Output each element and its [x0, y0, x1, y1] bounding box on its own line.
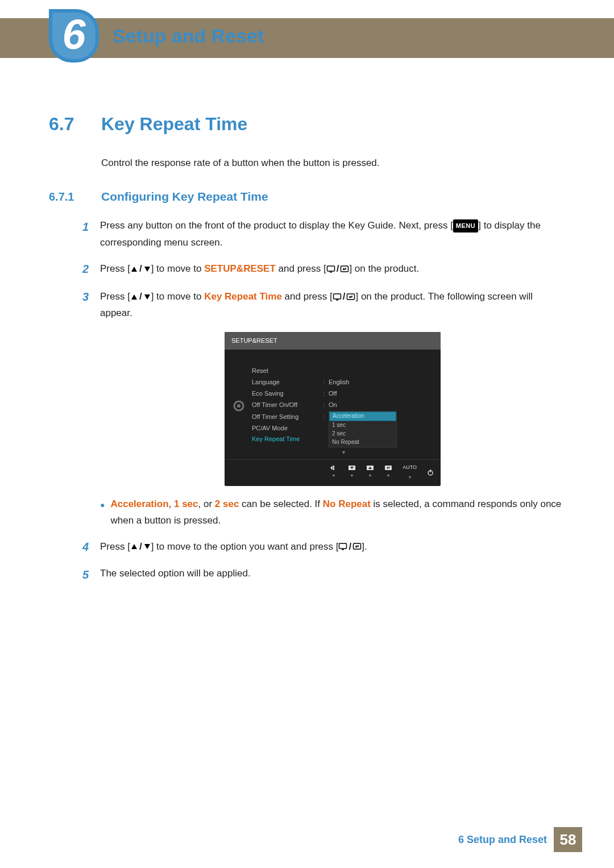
footer-chapter: 6 Setup and Reset	[458, 834, 547, 846]
osd-row-offtimer: Off Timer On/Off	[252, 400, 323, 410]
bullet-dot-icon: ●	[100, 499, 105, 531]
up-down-icon: /	[130, 538, 151, 555]
step-1: 1 Press any button on the front of the p…	[49, 217, 565, 251]
osd-back-icon: ▾	[330, 465, 338, 480]
step-4: 4 Press [/] to move to the option you wa…	[49, 537, 565, 557]
monitor-enter-icon: /	[333, 288, 356, 305]
osd-power-icon	[427, 469, 434, 476]
scroll-down-icon: ▾	[252, 447, 435, 458]
step-3: 3 Press [/] to move to Key Repeat Time a…	[49, 287, 565, 529]
monitor-enter-icon: /	[338, 538, 362, 555]
osd-row-eco: Eco Saving	[252, 388, 323, 399]
osd-option: No Repeat	[329, 438, 396, 447]
osd-footer: ▾ ▾ ▾ ▾ AUTO▾	[225, 459, 441, 486]
osd-down-icon: ▾	[348, 465, 356, 480]
step-number: 2	[49, 259, 91, 279]
osd-row-reset: Reset	[252, 366, 323, 376]
step-number: 1	[49, 217, 91, 251]
osd-option: 2 sec	[329, 430, 396, 438]
chapter-badge: 6	[49, 9, 99, 63]
hl-keyrepeattime: Key Repeat Time	[204, 291, 282, 302]
osd-up-icon: ▾	[366, 465, 374, 480]
step-5: 5 The selected option will be applied.	[49, 565, 565, 585]
osd-screenshot: SETUP&RESET Reset Language:English Eco S…	[225, 332, 441, 486]
osd-enter-icon: ▾	[384, 465, 392, 480]
osd-auto-label: AUTO▾	[403, 463, 417, 481]
osd-row-language: Language	[252, 377, 323, 388]
osd-row-offtimersetting: Off Timer Setting	[252, 411, 323, 422]
osd-row-krt: Key Repeat Time	[252, 434, 323, 445]
osd-option: 1 sec	[329, 421, 396, 430]
step-number: 3	[49, 287, 91, 529]
chapter-title: Setup and Reset	[113, 25, 264, 47]
step-number: 5	[49, 565, 91, 585]
subsection-title: Configuring Key Repeat Time	[101, 190, 268, 203]
page-footer: 6 Setup and Reset 58	[458, 827, 582, 852]
step-number: 4	[49, 537, 91, 557]
osd-option-selected: Acceleration	[329, 412, 396, 421]
section-title: Key Repeat Time	[101, 114, 247, 135]
svg-marker-7	[330, 466, 333, 470]
up-down-icon: /	[130, 288, 151, 305]
footer-page-number: 58	[554, 827, 582, 852]
osd-row-pcav: PC/AV Mode	[252, 422, 323, 434]
step-2: 2 Press [/] to move to SETUP&RESET and p…	[49, 259, 565, 279]
chapter-number: 6	[62, 14, 85, 56]
hl-setupreset: SETUP&RESET	[204, 263, 276, 274]
steps-list: 1 Press any button on the front of the p…	[49, 217, 565, 584]
osd-side-icon	[230, 354, 247, 457]
up-down-icon: /	[130, 260, 151, 277]
osd-dropdown: Acceleration 1 sec 2 sec No Repeat	[329, 411, 397, 447]
bullet-item: ● Acceleration, 1 sec, or 2 sec can be s…	[100, 496, 565, 529]
menu-badge-icon: MENU	[453, 219, 478, 232]
subsection-number: 6.7.1	[49, 190, 91, 203]
section-number: 6.7	[49, 114, 91, 135]
svg-rect-8	[333, 466, 334, 470]
monitor-enter-icon: /	[326, 260, 350, 277]
svg-point-6	[237, 404, 240, 408]
osd-header: SETUP&RESET	[225, 332, 441, 350]
section-intro: Control the response rate of a button wh…	[101, 155, 565, 171]
